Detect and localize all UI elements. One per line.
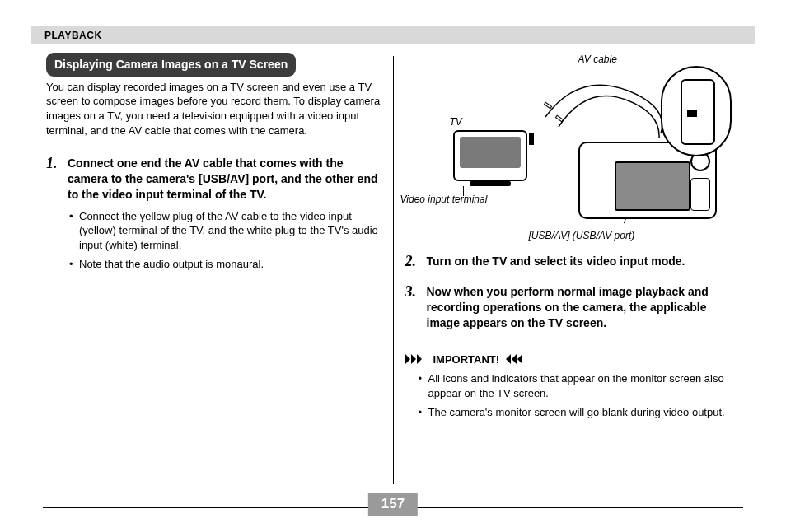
bullet: Connect the yellow plug of the AV cable … xyxy=(68,209,381,253)
section-header: PLAYBACK xyxy=(44,29,102,42)
camera-closeup-icon xyxy=(661,66,732,156)
step-body: Now when you perform normal image playba… xyxy=(427,284,741,338)
leader-line xyxy=(463,186,464,196)
section-title: Displaying Camera Images on a TV Screen xyxy=(46,53,296,77)
arrows-right-icon xyxy=(405,354,427,364)
important-bullets: All icons and indicators that appear on … xyxy=(417,371,741,420)
step-number: 2. xyxy=(405,254,427,276)
intro-paragraph: You can display recorded images on a TV … xyxy=(46,80,381,138)
step-text: Turn on the TV and select its video inpu… xyxy=(427,254,741,269)
step-text: Now when you perform normal image playba… xyxy=(427,284,741,331)
content-area: Displaying Camera Images on a TV Screen … xyxy=(43,53,743,481)
label-tv: TV xyxy=(450,115,462,128)
label-av-cable: AV cable xyxy=(578,53,617,66)
arrows-left-icon xyxy=(506,354,527,364)
label-usb-av-port: [USB/AV] (USB/AV port) xyxy=(529,229,635,242)
step-text: Connect one end the AV cable that comes … xyxy=(68,156,381,203)
important-heading: IMPORTANT! xyxy=(405,352,741,367)
bullet: The camera's monitor screen will go blan… xyxy=(417,405,741,420)
tv-base-icon xyxy=(470,181,511,186)
header-bar: PLAYBACK xyxy=(31,26,755,44)
bullet: Note that the audio output is monaural. xyxy=(68,257,381,272)
step-bullets: Connect the yellow plug of the AV cable … xyxy=(68,209,381,272)
step-1: 1. Connect one end the AV cable that com… xyxy=(46,156,381,277)
page-number: 157 xyxy=(368,493,418,516)
label-video-input-terminal: Video input terminal xyxy=(400,193,488,206)
tv-icon xyxy=(453,130,527,181)
step-body: Connect one end the AV cable that comes … xyxy=(68,156,381,277)
right-column: AV cable TV Video input terminal [USB/AV… xyxy=(394,53,744,481)
bullet: All icons and indicators that appear on … xyxy=(417,371,741,400)
step-number: 1. xyxy=(46,156,68,277)
important-label: IMPORTANT! xyxy=(433,352,500,367)
step-2: 2. Turn on the TV and select its video i… xyxy=(405,254,741,276)
connection-diagram: AV cable TV Video input terminal [USB/AV… xyxy=(405,53,741,234)
step-number: 3. xyxy=(405,284,427,338)
step-3: 3. Now when you perform normal image pla… xyxy=(405,284,741,338)
left-column: Displaying Camera Images on a TV Screen … xyxy=(43,53,393,481)
step-body: Turn on the TV and select its video inpu… xyxy=(427,254,741,276)
